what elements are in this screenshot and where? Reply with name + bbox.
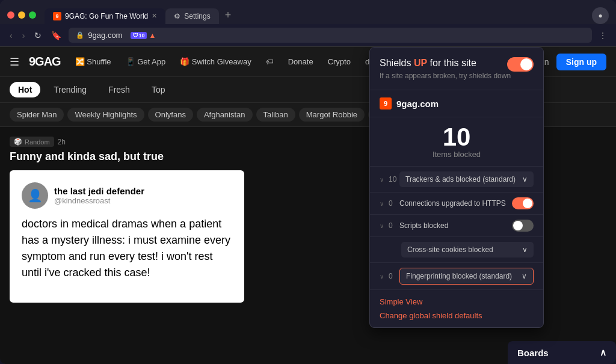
filter-trending[interactable]: Trending [45,82,95,97]
shield-panel-subtitle: If a site appears broken, try shields do… [380,72,534,80]
traffic-lights [7,11,36,19]
post-source: Random [25,138,50,146]
tabs-row: 9 9GAG: Go Fun The World ✕ ⚙ Settings + … [45,7,609,24]
simple-view-link[interactable]: Simple View [380,297,534,306]
filter-top[interactable]: Top [143,82,174,97]
shield-panel-title: Shields UP for this site [380,58,476,69]
tab-9gag-label: 9GAG: Go Fun The World [65,12,148,20]
scripts-toggle-knob [513,221,523,230]
tag-taliban[interactable]: Taliban [256,108,295,122]
hamburger-menu-icon[interactable]: ☰ [10,55,19,69]
cookies-row: ∨ Cross-site cookies blocked ∨ [370,237,543,263]
profile-icon[interactable]: ● [592,7,609,24]
brave-shield-panel: Shields UP for this site If a site appea… [369,47,544,328]
tab-settings-label: Settings [184,12,210,20]
shield-badge-count: 🛡10 [131,32,147,39]
toggle-knob [520,58,532,70]
tweet-header: 👤 the last jedi defender @kindnessroast [22,182,232,209]
cookies-count: ∨ [380,245,386,254]
lock-icon: 🔒 [76,31,84,39]
fingerprinting-label: Fingerprinting blocked (standard) [406,272,512,280]
tweet-user-info: the last jedi defender @kindnessroast [54,186,144,205]
domain-name: 9gag.com [396,99,439,109]
https-toggle[interactable] [512,197,534,209]
cookies-dropdown-chevron-icon: ∨ [522,245,528,254]
boards-bar[interactable]: Boards ∧ [508,341,616,364]
shield-domain: 9 9gag.com [380,97,439,110]
tag-afghanistan[interactable]: Afghanistan [197,108,253,122]
close-button[interactable] [7,11,14,19]
cookies-dropdown[interactable]: Cross-site cookies blocked ∨ [401,242,534,258]
scripts-label: Scripts blocked [399,221,507,230]
header-nav: 🔀 Shuffle 📱 Get App 🎁 Switch Giveaway 🏷 … [70,55,383,69]
https-chevron-icon: ∨ [380,200,384,207]
trackers-chevron-icon: ∨ [380,176,384,183]
crypto-label: Crypto [328,57,351,66]
panel-links: Simple View Change global shield default… [370,290,543,327]
tweet-avatar: 👤 [22,182,48,209]
items-blocked-section: 10 Items blocked [370,117,543,167]
global-shields-link[interactable]: Change global shield defaults [380,311,534,320]
nav-switch-giveaway[interactable]: 🎁 Switch Giveaway [175,55,256,69]
nav-get-app[interactable]: 📱 Get App [121,55,171,69]
donate-label: Donate [288,57,313,66]
fingerprinting-chevron-icon: ∨ [380,273,384,280]
forward-button[interactable]: › [20,29,28,42]
https-count: 0 [389,199,395,208]
nav-crypto[interactable]: Crypto [323,55,356,69]
minimize-button[interactable] [18,11,25,19]
nav-donate[interactable]: Donate [283,55,318,69]
new-tab-button[interactable]: + [219,7,238,24]
brave-shield-badge[interactable]: 🛡10 ▲ [131,31,156,40]
trackers-dropdown[interactable]: Trackers & ads blocked (standard) ∨ [399,171,534,187]
tweet-username: the last jedi defender [54,186,144,196]
blocked-count: 10 [380,125,534,150]
shuffle-label: 🔀 Shuffle [75,57,111,66]
tag-weekly-highlights[interactable]: Weekly Highlights [67,108,144,122]
title-bar: 9 9GAG: Go Fun The World ✕ ⚙ Settings + … [0,0,616,24]
filter-hot[interactable]: Hot [10,82,40,97]
blocked-label: Items blocked [380,150,534,159]
post-time: 2h [58,138,66,146]
settings-favicon-icon: ⚙ [174,12,180,20]
tag-margot-robbie[interactable]: Margot Robbie [299,108,365,122]
shields-main-toggle[interactable] [507,57,534,72]
nav-shuffle[interactable]: 🔀 Shuffle [70,55,116,69]
shield-domain-row: 9 9gag.com [370,90,543,117]
tab-settings[interactable]: ⚙ Settings [165,8,218,24]
fingerprinting-dropdown[interactable]: Fingerprinting blocked (standard) ∨ [399,268,534,285]
tab-9gag-close[interactable]: ✕ [152,12,157,20]
tab-right-actions: ● [592,7,609,24]
bookmark-button[interactable]: 🔖 [49,29,64,42]
tag-icon: 🏷 [266,57,274,66]
random-icon: 🎲 [14,138,22,146]
scripts-count: 0 [389,221,395,230]
scripts-chevron-icon: ∨ [380,223,384,229]
scripts-toggle[interactable] [512,220,534,232]
site-content: ☰ 9GAG 🔀 Shuffle 📱 Get App 🎁 Switch Give… [0,47,616,364]
back-button[interactable]: ‹ [7,29,15,42]
url-bar[interactable]: 🔒 9gag.com 🛡10 ▲ [69,28,592,43]
filter-fresh[interactable]: Fresh [100,82,138,97]
9gag-favicon: 9 [53,12,61,20]
maximize-button[interactable] [29,11,36,19]
trackers-count: 10 [389,175,395,184]
tab-9gag[interactable]: 9 9GAG: Go Fun The World ✕ [45,8,165,24]
scripts-row: ∨ 0 Scripts blocked [370,215,543,237]
shield-panel-header: Shields UP for this site If a site appea… [370,48,543,90]
tweet-handle: @kindnessroast [54,196,144,205]
tag-spider-man[interactable]: Spider Man [10,108,64,122]
tweet-text: doctors in medical dramas when a patient… [22,216,232,281]
extensions-icon[interactable]: ⋮ [597,29,609,42]
switch-giveaway-label: 🎁 Switch Giveaway [180,57,251,66]
reload-button[interactable]: ↻ [32,29,44,42]
https-label: Connections upgraded to HTTPS [399,199,507,208]
nav-tag[interactable]: 🏷 [261,55,279,69]
brave-logo-icon: ▲ [149,31,156,40]
trackers-label: Trackers & ads blocked (standard) [405,175,516,184]
post-source-badge: 🎲 Random [10,137,54,147]
signup-button[interactable]: Sign up [556,54,606,70]
boards-chevron-icon: ∧ [600,347,606,358]
tag-onlyfans[interactable]: Onlyfans [148,108,193,122]
trackers-row: ∨ 10 Trackers & ads blocked (standard) ∨ [370,167,543,193]
